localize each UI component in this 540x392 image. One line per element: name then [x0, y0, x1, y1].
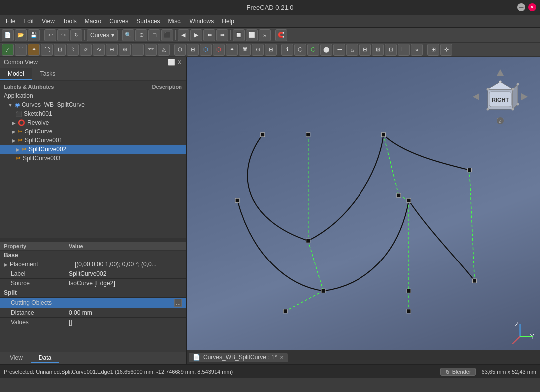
- curve-btn-28[interactable]: ⊟: [359, 44, 371, 56]
- new-button[interactable]: 📄: [2, 29, 14, 41]
- workbench-dropdown[interactable]: Curves ▾: [87, 29, 118, 41]
- menu-item-curves[interactable]: Curves: [105, 17, 132, 26]
- combo-expand-button[interactable]: ⬜: [168, 59, 175, 66]
- save-button[interactable]: 💾: [28, 29, 40, 41]
- tree-label-sc003: SplitCurve003: [23, 155, 60, 162]
- navigation-cube[interactable]: RIGHT ⌂: [470, 67, 530, 127]
- curve-btn-11[interactable]: ⋯: [132, 44, 144, 56]
- viewport-tab[interactable]: 📄 Curves_WB_SplitCurve : 1* ✕: [189, 353, 288, 362]
- menu-item-view[interactable]: View: [38, 17, 59, 26]
- close-button[interactable]: ✕: [528, 3, 536, 11]
- curve-btn-12[interactable]: ⌤: [145, 44, 157, 56]
- curve-btn-22[interactable]: ℹ: [281, 44, 293, 56]
- curve-btn-23[interactable]: ⬡: [294, 44, 306, 56]
- curve-btn-31[interactable]: ⊢: [398, 44, 410, 56]
- curve-btn-16[interactable]: ⬡: [200, 44, 212, 56]
- cutting-ellipsis-button[interactable]: …: [174, 299, 182, 307]
- status-message: Preselected: Unnamed.SplitCurve001.Edge1…: [4, 369, 233, 375]
- view-btn-1[interactable]: 🔍: [122, 29, 134, 41]
- view-btn-4[interactable]: ⬛: [161, 29, 173, 41]
- curve-btn-1[interactable]: ∕: [2, 44, 14, 56]
- tree-item-splitcurve002[interactable]: ▶ ✂ SplitCurve002: [0, 145, 186, 154]
- combo-close-button[interactable]: ✕: [177, 59, 182, 66]
- snap-btn[interactable]: ⊹: [440, 44, 452, 56]
- toolbar-row-1: 📄 📂 💾 ↩ ↪ ↻ Curves ▾ 🔍 ⊙ ◻ ⬛ ◀ ▶ ⬅ ➡ 🔲 ⬜…: [0, 28, 540, 43]
- std-btn-2[interactable]: ⬜: [246, 29, 258, 41]
- menu-item-file[interactable]: File: [2, 17, 19, 26]
- curve-btn-15[interactable]: ⊞: [187, 44, 199, 56]
- props-row-placement[interactable]: ▶ Placement [(0,00 0,00 1,00); 0,00 °; (…: [0, 260, 186, 269]
- std-btn-1[interactable]: 🔲: [233, 29, 245, 41]
- tree-item-splitcurve001[interactable]: ▶ ✂ SplitCurve001: [0, 136, 186, 145]
- curve-btn-2[interactable]: ⌒: [15, 44, 27, 56]
- curve-btn-20[interactable]: ⊙: [252, 44, 264, 56]
- curve-btn-29[interactable]: ⊠: [372, 44, 384, 56]
- menu-item-misc.[interactable]: Misc.: [164, 17, 186, 26]
- curve-btn-25[interactable]: ⬤: [320, 44, 332, 56]
- blender-badge[interactable]: 🖱 Blender: [440, 368, 476, 376]
- curve-btn-26[interactable]: ⊶: [333, 44, 345, 56]
- svg-rect-13: [306, 239, 310, 243]
- curve-btn-9[interactable]: ⊕: [106, 44, 118, 56]
- props-row-source[interactable]: Source IsoCurve [Edge2]: [0, 279, 186, 288]
- separator-c3: [425, 45, 425, 55]
- separator-3: [120, 30, 120, 40]
- tree-item-revolve[interactable]: ▶ ⭕ Revolve: [0, 118, 186, 127]
- nav-btn-3[interactable]: ⬅: [203, 29, 215, 41]
- nav-btn-2[interactable]: ▶: [190, 29, 202, 41]
- curve-btn-7[interactable]: ⌀: [80, 44, 92, 56]
- curve-btn-19[interactable]: ⌘: [239, 44, 251, 56]
- refresh-button[interactable]: ↻: [70, 29, 82, 41]
- curve-btn-30[interactable]: ⊡: [385, 44, 397, 56]
- tree-item-splitcurve003[interactable]: ✂ SplitCurve003: [0, 154, 186, 163]
- props-row-distance[interactable]: Distance 0,00 mm: [0, 308, 186, 318]
- curve-btn-14[interactable]: ⬡: [174, 44, 186, 56]
- menu-item-macro[interactable]: Macro: [81, 17, 105, 26]
- open-button[interactable]: 📂: [15, 29, 27, 41]
- curve-more[interactable]: »: [411, 44, 423, 56]
- tree-item-sketch001[interactable]: ⬛ Sketch001: [0, 109, 186, 118]
- curve-btn-13[interactable]: ◬: [158, 44, 170, 56]
- curve-btn-18[interactable]: ✦: [226, 44, 238, 56]
- bottom-tab-data[interactable]: Data: [31, 353, 59, 363]
- extra-btn-1[interactable]: 🧲: [275, 29, 287, 41]
- viewport[interactable]: Z Y: [187, 57, 540, 364]
- props-row-label[interactable]: Label SplitCurve002: [0, 269, 186, 279]
- menu-item-windows[interactable]: Windows: [186, 17, 218, 26]
- nav-btn-1[interactable]: ◀: [178, 29, 189, 41]
- curve-btn-8[interactable]: ∿: [93, 44, 105, 56]
- curve-btn-27[interactable]: ⌂: [346, 44, 358, 56]
- minimize-button[interactable]: —: [517, 3, 525, 11]
- vp-tab-close-button[interactable]: ✕: [280, 355, 284, 360]
- curve-btn-4[interactable]: ⛶: [41, 44, 53, 56]
- tab-model[interactable]: Model: [0, 68, 32, 80]
- undo-button[interactable]: ↩: [44, 29, 56, 41]
- grid-btn[interactable]: ⊞: [427, 44, 439, 56]
- more-button[interactable]: »: [259, 29, 271, 41]
- svg-rect-11: [467, 168, 471, 172]
- redo-button[interactable]: ↪: [57, 29, 69, 41]
- menu-item-tools[interactable]: Tools: [59, 17, 81, 26]
- tree-item-splitcurve[interactable]: ▶ ✂ SplitCurve: [0, 127, 186, 136]
- menu-item-help[interactable]: Help: [218, 17, 238, 26]
- curve-btn-5[interactable]: ⊡: [54, 44, 66, 56]
- props-row-cutting[interactable]: Cutting Objects …: [0, 298, 186, 308]
- splitter-handle[interactable]: -----: [0, 238, 186, 242]
- view-btn-2[interactable]: ⊙: [135, 29, 147, 41]
- coordinates-display: 63,65 mm x 52,43 mm: [482, 369, 536, 375]
- curve-btn-24[interactable]: ⬡: [307, 44, 319, 56]
- view-btn-3[interactable]: ◻: [148, 29, 160, 41]
- curve-btn-3[interactable]: ✦: [28, 44, 40, 56]
- props-row-values[interactable]: Values []: [0, 318, 186, 327]
- nav-btn-4[interactable]: ➡: [216, 29, 228, 41]
- curve-btn-17[interactable]: ⬡: [213, 44, 225, 56]
- tree-item-root[interactable]: ▼ ◉ Curves_WB_SplitCurve: [0, 100, 186, 109]
- menu-item-edit[interactable]: Edit: [19, 17, 38, 26]
- curve-btn-21[interactable]: ⊞: [265, 44, 277, 56]
- bottom-tab-view[interactable]: View: [2, 353, 31, 363]
- curve-btn-10[interactable]: ⊗: [119, 44, 131, 56]
- tab-tasks[interactable]: Tasks: [32, 68, 64, 80]
- section-base-label: Base: [4, 252, 69, 259]
- menu-item-surfaces[interactable]: Surfaces: [132, 17, 164, 26]
- curve-btn-6[interactable]: ⌇: [67, 44, 79, 56]
